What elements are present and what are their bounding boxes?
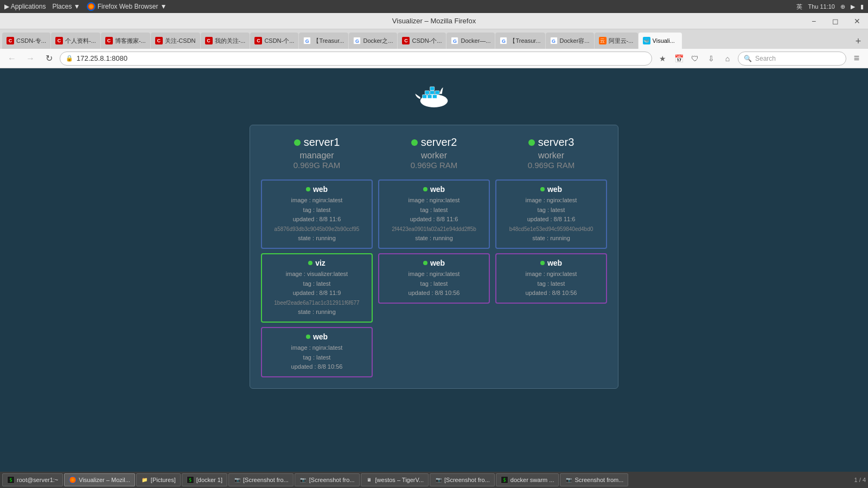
shield-icon[interactable]: 🛡 xyxy=(688,52,702,66)
download-icon[interactable]: ⇩ xyxy=(704,52,718,66)
firefox-browser-menu[interactable]: Firefox Web Browser ▼ xyxy=(87,2,167,11)
taskbar-icon-8: $ xyxy=(501,476,508,484)
server-name-server3: server3 xyxy=(538,136,575,149)
os-topbar-left: ▶ Applications Places ▼ Firefox Web Brow… xyxy=(4,2,167,11)
service-card-server2-1: web image : nginx:latest tag : latest up… xyxy=(378,253,490,304)
service-dot-server2-0 xyxy=(423,187,427,191)
service-dot-server1-2 xyxy=(306,335,310,339)
taskbar-icon-0: $ xyxy=(7,476,15,484)
server-name-server2: server2 xyxy=(421,136,457,149)
server-status-dot-server3 xyxy=(528,139,535,146)
taskbar-label-9: Screenshot from... xyxy=(575,477,623,483)
tab-8[interactable]: GDocker之... xyxy=(349,33,397,49)
taskbar-item-3[interactable]: $[docker 1] xyxy=(182,473,227,486)
os-topbar: ▶ Applications Places ▼ Firefox Web Brow… xyxy=(0,0,868,13)
nav-right-icons: ★ 📅 🛡 ⇩ ⌂ xyxy=(655,52,735,66)
cluster-container: server1 manager 0.969G RAM web image : n… xyxy=(250,125,618,389)
service-info-server1-1: image : visualizer:latest tag : latest u… xyxy=(267,269,366,317)
taskbar-item-9[interactable]: 📷Screenshot from... xyxy=(560,473,628,486)
bookmark-star-icon[interactable]: ★ xyxy=(655,52,669,66)
search-box[interactable]: 🔍 Search xyxy=(738,52,846,66)
server-ram-server2: 0.969G RAM xyxy=(411,160,458,170)
service-info-server3-1: image : nginx:latest tag : latest update… xyxy=(502,269,601,298)
window-title: Visualizer – Mozilla Firefox xyxy=(392,17,476,25)
new-tab-button[interactable]: + xyxy=(851,34,866,49)
tab-13[interactable]: 云阿里云-... xyxy=(595,33,638,49)
window-controls: − ◻ ✕ xyxy=(803,13,868,29)
taskbar-label-4: [Screenshot fro... xyxy=(243,477,289,483)
nav-bar: ← → ↻ 🔒 172.25.8.1:8080 ★ 📅 🛡 ⇩ ⌂ 🔍 Sear… xyxy=(0,49,868,68)
close-button[interactable]: ✕ xyxy=(846,13,868,29)
minimize-button[interactable]: − xyxy=(803,13,825,29)
taskbar-item-4[interactable]: 📷[Screenshot fro... xyxy=(228,473,293,486)
taskbar-item-7[interactable]: 📷[Screenshot fro... xyxy=(430,473,495,486)
service-dot-server3-1 xyxy=(540,261,545,265)
taskbar-item-6[interactable]: 🖥[westos – TigerV... xyxy=(361,473,429,486)
tab-12[interactable]: GDocker容... xyxy=(546,33,594,49)
maximize-button[interactable]: ◻ xyxy=(825,13,846,29)
service-name-text-server1-2: web xyxy=(313,332,328,341)
search-input-placeholder: Search xyxy=(755,55,840,62)
svg-rect-4 xyxy=(425,91,429,94)
taskbar-item-5[interactable]: 📷[Screenshot fro... xyxy=(295,473,360,486)
service-name-text-server2-0: web xyxy=(430,185,445,194)
taskbar-page-indicator: 1 / 4 xyxy=(854,477,866,483)
svg-rect-1 xyxy=(423,95,427,99)
taskbar-icon-1 xyxy=(69,476,76,484)
svg-rect-3 xyxy=(432,95,437,99)
address-text: 172.25.8.1:8080 xyxy=(76,54,646,62)
taskbar-item-0[interactable]: $root@server1:~ xyxy=(2,473,63,486)
places-menu[interactable]: Places ▼ xyxy=(52,3,80,10)
tab-7[interactable]: G【Treasur... xyxy=(299,33,348,49)
back-button[interactable]: ← xyxy=(4,51,20,66)
server-header-server3: server3 worker 0.969G RAM xyxy=(528,136,575,170)
lock-icon: 🔒 xyxy=(66,55,73,62)
taskbar-label-6: [westos – TigerV... xyxy=(375,477,424,483)
search-icon: 🔍 xyxy=(744,55,752,62)
service-dot-server3-0 xyxy=(540,187,545,191)
tabs-bar: CCSDN-专...C个人资料-...C博客搬家-...C关注-CSDNC我的关… xyxy=(0,29,868,49)
svg-rect-5 xyxy=(430,91,435,94)
tab-14[interactable]: 🐳Visuali... xyxy=(639,33,682,49)
menu-button[interactable]: ≡ xyxy=(850,52,864,66)
server-ram-server1: 0.969G RAM xyxy=(293,160,341,170)
tab-3[interactable]: C博客搬家-... xyxy=(101,33,150,49)
taskbar-item-8[interactable]: $docker swarm ... xyxy=(496,473,559,486)
pocket-icon[interactable]: 📅 xyxy=(672,52,686,66)
taskbar-label-0: root@server1:~ xyxy=(17,477,58,483)
applications-menu[interactable]: ▶ Applications xyxy=(4,3,46,10)
server-role-server2: worker xyxy=(411,151,458,160)
tab-2[interactable]: C个人资料-... xyxy=(51,33,100,49)
forward-button[interactable]: → xyxy=(23,51,38,66)
docker-logo xyxy=(412,79,456,114)
server-name-server1: server1 xyxy=(304,136,340,149)
services-list-server1: web image : nginx:latest tag : latest up… xyxy=(261,179,373,377)
volume-icon: ▶ xyxy=(851,3,855,10)
service-name-text-server1-1: viz xyxy=(315,259,326,267)
taskbar-icon-3: $ xyxy=(187,476,194,484)
tab-10[interactable]: GDocker—... xyxy=(446,33,495,49)
tab-4[interactable]: C关注-CSDN xyxy=(151,33,200,49)
tab-11[interactable]: G【Treasur... xyxy=(495,33,545,49)
tab-6[interactable]: CCSDN-个... xyxy=(250,33,298,49)
reload-button[interactable]: ↻ xyxy=(41,51,56,66)
tab-1[interactable]: CCSDN-专... xyxy=(2,33,50,49)
service-dot-server1-1 xyxy=(308,261,312,265)
home-icon[interactable]: ⌂ xyxy=(720,52,735,66)
browser-window: Visualizer – Mozilla Firefox − ◻ ✕ CCSDN… xyxy=(0,13,868,488)
taskbar-icon-6: 🖥 xyxy=(366,476,373,484)
service-name-text-server2-1: web xyxy=(430,259,445,267)
services-list-server3: web image : nginx:latest tag : latest up… xyxy=(495,179,607,304)
address-bar[interactable]: 🔒 172.25.8.1:8080 xyxy=(60,52,652,66)
language-indicator: 英 xyxy=(796,3,802,11)
taskbar-item-1[interactable]: Visualizer – Mozil... xyxy=(64,473,135,486)
tab-9[interactable]: CCSDN-个... xyxy=(398,33,446,49)
taskbar-item-2[interactable]: 📁[Pictures] xyxy=(136,473,181,486)
service-name-text-server3-0: web xyxy=(547,185,562,194)
taskbar-icon-5: 📷 xyxy=(299,476,307,484)
server-status-dot-server1 xyxy=(294,139,301,146)
tab-5[interactable]: C我的关注-... xyxy=(201,33,250,49)
service-info-server3-0: image : nginx:latest tag : latest update… xyxy=(502,196,601,243)
taskbar-label-7: [Screenshot fro... xyxy=(444,477,490,483)
service-info-server1-0: image : nginx:latest tag : latest update… xyxy=(267,196,366,243)
